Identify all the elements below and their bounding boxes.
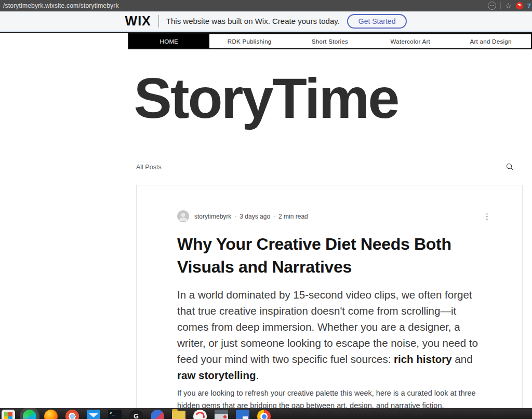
site-logo: StoryTime bbox=[0, 57, 532, 140]
wix-logo[interactable]: WIX bbox=[125, 13, 151, 29]
nav-item-art-and-design[interactable]: Art and Design bbox=[450, 34, 531, 48]
file-explorer-icon[interactable] bbox=[172, 411, 185, 419]
media-app-icon[interactable] bbox=[193, 410, 207, 419]
post-title[interactable]: Why Your Creative Diet Needs Both Visual… bbox=[177, 233, 458, 278]
window-app-icon[interactable] bbox=[215, 410, 228, 419]
all-posts-link[interactable]: All Posts bbox=[136, 164, 162, 171]
browser-address-bar: /storytimebyrk.wixsite.com/storytimebyrk… bbox=[0, 0, 532, 11]
read-time: 2 min read bbox=[278, 213, 308, 220]
taskbar: >_G bbox=[0, 408, 532, 419]
site-navigation: HOME RDK Publishing Short Stories Waterc… bbox=[128, 33, 532, 49]
terminal-icon[interactable]: >_ bbox=[108, 410, 122, 419]
notification-badge: 7 bbox=[527, 2, 531, 10]
url-text[interactable]: /storytimebyrk.wixsite.com/storytimebyrk bbox=[3, 2, 488, 9]
meta-separator: · bbox=[234, 213, 236, 220]
chromium-browser-icon[interactable] bbox=[65, 410, 79, 419]
post-meta: storytimebyrk · 3 days ago · 2 min read … bbox=[177, 210, 491, 222]
nav-item-home[interactable]: HOME bbox=[129, 34, 209, 48]
author-avatar[interactable] bbox=[177, 210, 189, 222]
extension-red-icon[interactable] bbox=[516, 2, 523, 9]
post-date: 3 days ago bbox=[240, 213, 270, 220]
banner-message: This website was built on Wix. Create yo… bbox=[166, 17, 340, 25]
intro-bold-rich-history: rich history bbox=[394, 353, 452, 365]
post-card[interactable]: storytimebyrk · 3 days ago · 2 min read … bbox=[136, 185, 523, 419]
intro-bold-raw-storytelling: raw storytelling bbox=[177, 369, 256, 381]
nav-item-short-stories[interactable]: Short Stories bbox=[290, 34, 370, 48]
bookmark-star-icon[interactable]: ☆ bbox=[505, 2, 512, 9]
author-name[interactable]: storytimebyrk bbox=[194, 213, 231, 220]
microsoft-store-icon[interactable] bbox=[2, 410, 15, 419]
nav-item-watercolor-art[interactable]: Watercolor Art bbox=[370, 34, 450, 48]
nav-item-rdk-publishing[interactable]: RDK Publishing bbox=[209, 34, 290, 48]
get-started-button[interactable]: Get Started bbox=[347, 14, 407, 29]
blue-red-app-icon[interactable] bbox=[151, 410, 164, 419]
banner-divider bbox=[158, 15, 159, 28]
post-intro: In a world dominated by 15-second video … bbox=[177, 287, 487, 383]
g-app-icon[interactable]: G bbox=[129, 410, 143, 419]
blue-square-app-icon[interactable] bbox=[236, 410, 249, 419]
wix-banner: WIX This website was built on Wix. Creat… bbox=[0, 11, 532, 32]
more-options-icon[interactable]: ⋮ bbox=[483, 212, 491, 220]
posts-toolbar: All Posts bbox=[136, 163, 523, 171]
meta-separator: · bbox=[273, 213, 275, 220]
page-actions-icon[interactable]: ··· bbox=[488, 2, 496, 10]
firefox-icon[interactable] bbox=[44, 410, 58, 419]
toolbar-divider bbox=[500, 2, 501, 9]
intro-text: . bbox=[256, 369, 259, 381]
intro-text: and bbox=[452, 353, 473, 365]
search-icon[interactable] bbox=[506, 163, 514, 171]
chrome-icon[interactable] bbox=[257, 410, 271, 419]
app-launcher-icon[interactable] bbox=[23, 410, 36, 419]
mail-icon[interactable] bbox=[87, 410, 100, 419]
